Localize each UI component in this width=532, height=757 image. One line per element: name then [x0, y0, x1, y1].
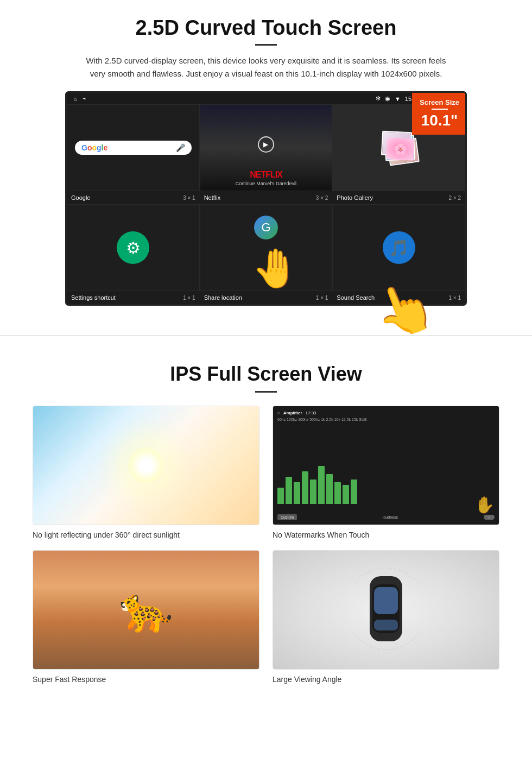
hand-on-amp: ✋ [277, 495, 495, 514]
sun-glow [124, 444, 168, 487]
google-maps-icon: G [254, 216, 278, 239]
car-bg [273, 551, 499, 669]
share-location-cell[interactable]: G 🤚 [200, 204, 333, 291]
feature-speed: 🐆 Super Fast Response [33, 550, 259, 684]
amp-bars [277, 424, 495, 506]
viewing-angle-label: Large Viewing Angle [273, 675, 499, 684]
feature-watermarks: ⌂ Amplifier 17:33 60hz 100hz 200hz 500hz… [273, 406, 499, 539]
section1-description: With 2.5D curved-display screen, this de… [81, 54, 451, 80]
amp-footer: Custom loudness ○ [277, 514, 495, 520]
sound-search-cell[interactable]: 🎵 [332, 204, 465, 291]
netflix-cell[interactable]: ▶ NETFLIX Continue Marvel's Daredevil [200, 104, 333, 191]
section2: IPS Full Screen View No light reflecting… [0, 352, 532, 700]
settings-cell[interactable]: ⚙ [67, 204, 200, 291]
home-icon[interactable]: ⌂ [73, 96, 77, 102]
google-logo: Google [81, 143, 107, 152]
car-top-view [353, 560, 419, 660]
settings-icon: ⚙ [117, 231, 149, 264]
amp-time: 17:33 [306, 411, 316, 415]
netflix-bg: ▶ NETFLIX Continue Marvel's Daredevil [200, 105, 332, 191]
gear-icon: ⚙ [126, 238, 141, 257]
sunlight-label: No light reflecting under 360° direct su… [33, 531, 259, 539]
netflix-play-button[interactable]: ▶ [258, 136, 274, 153]
sound-search-icon: 🎵 [383, 231, 415, 264]
badge-divider [432, 109, 448, 110]
wifi-icon: ▼ [395, 96, 401, 102]
pointing-hand-icon: 🤚 [252, 246, 299, 291]
section1-divider [255, 44, 277, 46]
amp-title: Amplifier [283, 411, 302, 415]
screen-badge-label: Screen Size [420, 98, 459, 106]
page-divider [0, 335, 532, 336]
mic-icon[interactable]: 🎤 [176, 143, 185, 152]
car-svg [353, 560, 419, 658]
section1: 2.5D Curved Touch Screen With 2.5D curve… [0, 0, 532, 319]
loudness-label: loudness [383, 515, 398, 519]
google-search-bar[interactable]: Google 🎤 [75, 141, 192, 155]
usb-icon: ⌁ [83, 95, 86, 102]
speed-label: Super Fast Response [33, 675, 259, 684]
amp-header: ⌂ Amplifier 17:33 [277, 411, 495, 415]
features-grid: No light reflecting under 360° direct su… [33, 406, 499, 684]
svg-rect-4 [374, 620, 398, 630]
flower-image: 🌸 [386, 137, 414, 161]
share-location-content: G 🤚 [200, 205, 332, 291]
app-grid-bottom: ⚙ G 🤚 🎵 [67, 204, 465, 291]
device-screen: Screen Size 10.1" ⌂ ⌁ ✻ ◉ ▼ 15:06 [65, 91, 467, 306]
cheetah-image: 🐆 [33, 550, 259, 670]
section2-title: IPS Full Screen View [33, 363, 499, 386]
status-bar: ⌂ ⌁ ✻ ◉ ▼ 15:06 ⊡ ◁) ⊠ ▭ [67, 93, 465, 104]
section1-title: 2.5D Curved Touch Screen [33, 16, 499, 40]
amplifier-screen: ⌂ Amplifier 17:33 60hz 100hz 200hz 500hz… [273, 406, 499, 525]
screen-badge-size: 10.1" [420, 112, 459, 129]
svg-rect-3 [374, 587, 398, 614]
location-icon: ◉ [385, 95, 390, 102]
bluetooth-icon: ✻ [376, 95, 381, 102]
screen-size-badge: Screen Size 10.1" [412, 93, 467, 135]
photo-gallery-label: Photo Gallery 2 × 2 [332, 193, 465, 202]
custom-button[interactable]: Custom [277, 514, 297, 520]
google-cell[interactable]: Google 🎤 [67, 104, 200, 191]
amplifier-image: ⌂ Amplifier 17:33 60hz 100hz 200hz 500hz… [273, 406, 499, 525]
page: 2.5D Curved Touch Screen With 2.5D curve… [0, 0, 532, 700]
sunlight-image [33, 406, 259, 525]
app-labels-row-1: Google 3 × 1 Netflix 3 × 2 Photo Gallery… [67, 191, 465, 204]
feature-sunlight: No light reflecting under 360° direct su… [33, 406, 259, 539]
feature-viewing-angle: Large Viewing Angle [273, 550, 499, 684]
app-grid-top: Google 🎤 ▶ NETFLIX Continue Marvel's Dar… [67, 104, 465, 191]
netflix-label: Netflix 3 × 2 [200, 193, 333, 202]
google-label: Google 3 × 1 [67, 193, 200, 202]
share-location-label: Share location 1 × 1 [200, 293, 333, 302]
cheetah-bg: 🐆 [33, 551, 259, 669]
photo-card-3: 🌸 [381, 131, 412, 157]
sunlight-bg [33, 406, 259, 525]
status-left: ⌂ ⌁ [73, 95, 86, 102]
car-image [273, 550, 499, 670]
settings-label: Settings shortcut 1 × 1 [67, 293, 200, 302]
home-icon-amp: ⌂ [277, 411, 280, 415]
amp-freq-labels: 60hz 100hz 200hz 500hz 1k 2.5k 10k 12.5k… [277, 418, 495, 421]
section2-divider [255, 391, 277, 393]
cheetah-icon: 🐆 [119, 584, 173, 635]
device-wrapper: Screen Size 10.1" ⌂ ⌁ ✻ ◉ ▼ 15:06 [65, 91, 467, 306]
netflix-logo: NETFLIX [205, 170, 328, 180]
netflix-subtitle: Continue Marvel's Daredevil [205, 181, 328, 186]
watermarks-label: No Watermarks When Touch [273, 531, 499, 539]
toggle-icon[interactable]: ○ [484, 515, 495, 520]
